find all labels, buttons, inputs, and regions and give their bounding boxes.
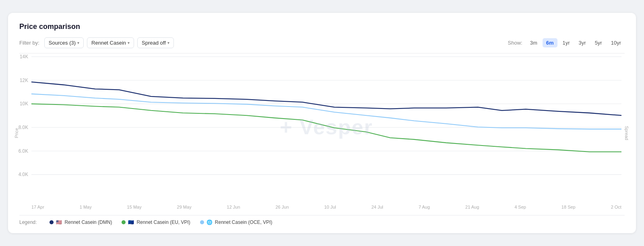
svg-text:14K: 14K [20, 54, 28, 59]
time-3m-button[interactable]: 3m [526, 38, 541, 47]
sources-filter-label: Sources (3) [49, 40, 76, 46]
x-label-2: 15 May [127, 205, 142, 209]
legend-item-dmn: 🇺🇸 Rennet Casein (DMN) [50, 219, 112, 225]
svg-text:10K: 10K [20, 101, 28, 107]
time-5yr-button[interactable]: 5yr [591, 38, 606, 47]
spread-filter-button[interactable]: Spread off ▾ [137, 37, 174, 48]
x-label-11: 18 Sep [561, 205, 576, 209]
legend: Legend: 🇺🇸 Rennet Casein (DMN) 🇪🇺 Rennet… [19, 215, 625, 225]
sources-chevron-icon: ▾ [77, 41, 79, 45]
toolbar-left: Filter by: Sources (3) ▾ Rennet Casein ▾… [19, 37, 174, 48]
svg-text:4.0K: 4.0K [19, 172, 28, 177]
legend-dot-eu [122, 220, 126, 224]
legend-dot-oce [200, 220, 204, 224]
x-label-12: 2 Oct [611, 205, 621, 209]
filter-by-label: Filter by: [19, 40, 39, 46]
x-label-7: 24 Jul [372, 205, 383, 209]
spread-chevron-icon: ▾ [167, 41, 169, 45]
x-label-1: 1 May [80, 205, 92, 209]
legend-item-eu: 🇪🇺 Rennet Casein (EU, VPI) [122, 219, 190, 225]
legend-dot-dmn [50, 220, 54, 224]
show-label: Show: [508, 40, 522, 46]
legend-text-dmn: Rennet Casein (DMN) [64, 219, 112, 225]
time-1yr-button[interactable]: 1yr [559, 38, 574, 47]
legend-text-eu: Rennet Casein (EU, VPI) [136, 219, 190, 225]
card-title: Price comparison [19, 23, 625, 31]
spread-axis-label: Spread [624, 126, 629, 140]
x-label-5: 26 Jun [276, 205, 289, 209]
legend-flag-dmn: 🇺🇸 [56, 219, 62, 225]
x-label-3: 29 May [177, 205, 192, 209]
legend-item-oce: 🌐 Rennet Casein (OCE, VPI) [200, 219, 272, 225]
chart-svg: 14K 12K 10K 8.0K 6.0K 4.0K [31, 57, 621, 197]
sources-filter-button[interactable]: Sources (3) ▾ [44, 37, 84, 48]
legend-text-oce: Rennet Casein (OCE, VPI) [215, 219, 272, 225]
x-axis-labels: 17 Apr 1 May 15 May 29 May 12 Jun 26 Jun… [31, 205, 621, 209]
svg-text:12K: 12K [20, 78, 28, 83]
chart-inner: + Vesper 14K 12K 10K 8.0K 6.0K 4.0K [31, 57, 621, 197]
product-filter-button[interactable]: Rennet Casein ▾ [87, 37, 134, 48]
chart-area: Price Spread + Vesper 14K 12K 10K 8.0K 6… [19, 57, 625, 209]
time-6m-button[interactable]: 6m [543, 38, 557, 47]
product-chevron-icon: ▾ [128, 41, 130, 45]
legend-label: Legend: [19, 219, 37, 225]
x-label-9: 21 Aug [465, 205, 479, 209]
svg-text:8.0K: 8.0K [19, 125, 28, 130]
price-comparison-card: Price comparison Filter by: Sources (3) … [8, 13, 636, 233]
x-label-8: 7 Aug [419, 205, 430, 209]
x-label-6: 10 Jul [324, 205, 336, 209]
product-filter-label: Rennet Casein [91, 40, 126, 46]
time-3yr-button[interactable]: 3yr [575, 38, 590, 47]
spread-filter-label: Spread off [142, 40, 166, 46]
toolbar: Filter by: Sources (3) ▾ Rennet Casein ▾… [19, 37, 625, 53]
x-label-0: 17 Apr [31, 205, 44, 209]
toolbar-right: Show: 3m 6m 1yr 3yr 5yr 10yr [508, 38, 625, 47]
svg-text:6.0K: 6.0K [19, 148, 28, 154]
x-label-4: 12 Jun [227, 205, 240, 209]
time-10yr-button[interactable]: 10yr [607, 38, 625, 47]
legend-flag-eu: 🇪🇺 [128, 219, 134, 225]
legend-flag-oce: 🌐 [206, 219, 213, 225]
x-label-10: 4 Sep [514, 205, 526, 209]
